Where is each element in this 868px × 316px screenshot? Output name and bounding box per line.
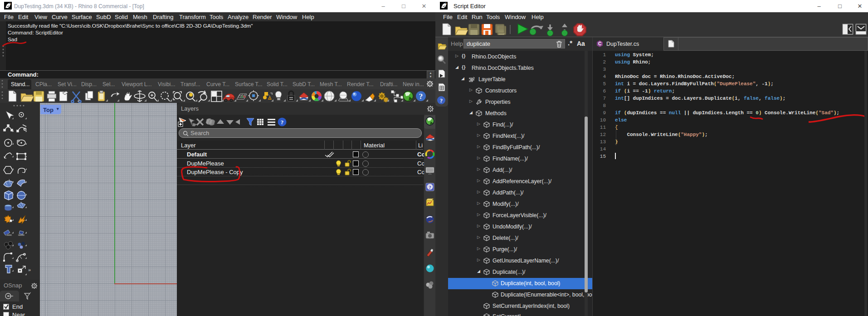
svg-text:»: » (28, 267, 31, 272)
svg-text:?: ? (281, 119, 284, 126)
svg-text:?: ? (440, 97, 443, 104)
svg-text:8: 8 (445, 2, 447, 5)
svg-text:C: C (598, 41, 601, 46)
svg-text:8: 8 (9, 2, 11, 5)
svg-text:?: ? (419, 92, 423, 101)
svg-text:?: ? (429, 185, 431, 190)
